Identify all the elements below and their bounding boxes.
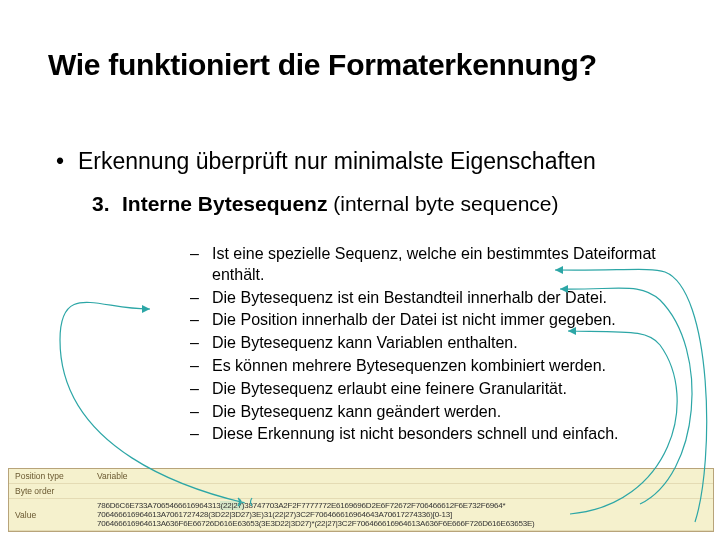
item-number: 3. (92, 192, 122, 216)
dash-item: Die Position innerhalb der Datei ist nic… (190, 310, 710, 331)
numbered-item: 3.Interne Bytesequenz (internal byte seq… (92, 192, 559, 216)
svg-marker-0 (142, 305, 150, 313)
bullet-text: Erkennung überprüft nur minimalste Eigen… (78, 148, 596, 174)
row-label: Byte order (9, 484, 91, 499)
dash-item: Es können mehrere Bytesequenzen kombinie… (190, 356, 710, 377)
row-empty (91, 484, 713, 499)
table-header-col2: Variable (91, 469, 713, 484)
slide-title: Wie funktioniert die Formaterkennung? (48, 48, 597, 82)
dash-list: Ist eine spezielle Sequenz, welche ein b… (150, 244, 710, 447)
row-label: Value (9, 499, 91, 531)
dash-item: Die Bytesequenz kann Variablen enthalten… (190, 333, 710, 354)
hex-highlight: (22|27) (220, 501, 244, 510)
dash-item: Die Bytesequenz ist ein Bestandteil inne… (190, 288, 710, 309)
item-label-strong: Interne Bytesequenz (122, 192, 327, 215)
table-header-col1: Position type (9, 469, 91, 484)
bullet-dot: • (56, 148, 78, 175)
item-label-rest: (internal byte sequence) (327, 192, 558, 215)
dash-item: Die Bytesequenz kann geändert werden. (190, 402, 710, 423)
dash-item: Die Bytesequenz erlaubt eine feinere Gra… (190, 379, 710, 400)
dash-item: Diese Erkennung ist nicht besonders schn… (190, 424, 710, 445)
bullet-level-1: •Erkennung überprüft nur minimalste Eige… (56, 148, 596, 175)
hex-value: 786D6C6E733A7065466616964313(22|27)38747… (91, 499, 713, 531)
byte-sequence-table: Position type Variable Byte order Value … (8, 468, 714, 532)
dash-item: Ist eine spezielle Sequenz, welche ein b… (190, 244, 710, 286)
